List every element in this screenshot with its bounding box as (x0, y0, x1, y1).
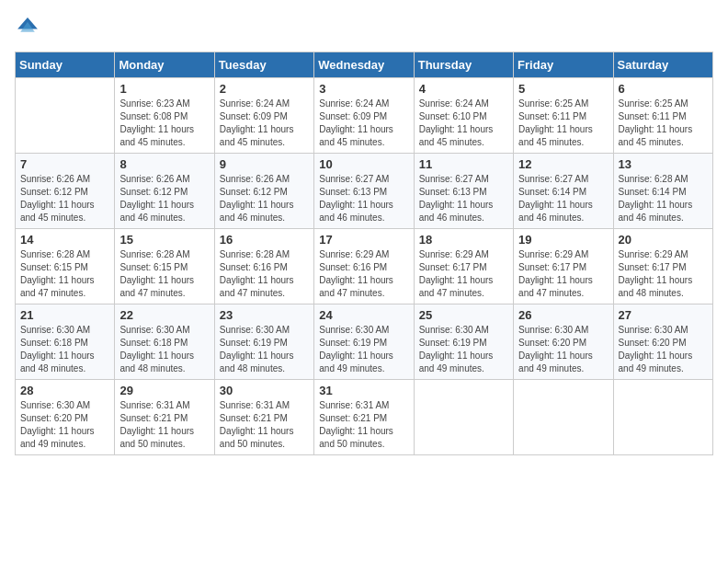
day-number: 24 (319, 308, 408, 322)
sunset: Sunset: 6:21 PM (119, 412, 209, 425)
sunrise: Sunrise: 6:27 AM (518, 173, 608, 186)
calendar-cell: 19 Sunrise: 6:29 AM Sunset: 6:17 PM Dayl… (514, 229, 613, 304)
sunset: Sunset: 6:09 PM (220, 110, 309, 123)
sunrise: Sunrise: 6:30 AM (119, 324, 209, 337)
daylight: Daylight: 11 hours and 50 minutes. (319, 425, 408, 451)
day-number: 21 (20, 308, 109, 322)
day-info: Sunrise: 6:30 AM Sunset: 6:18 PM Dayligh… (119, 324, 209, 375)
daylight: Daylight: 11 hours and 45 minutes. (119, 123, 209, 149)
day-number: 4 (419, 82, 508, 96)
day-info: Sunrise: 6:31 AM Sunset: 6:21 PM Dayligh… (220, 399, 309, 451)
day-number: 22 (119, 308, 209, 322)
daylight: Daylight: 11 hours and 45 minutes. (20, 199, 109, 224)
sunrise: Sunrise: 6:28 AM (220, 248, 309, 261)
sunrise: Sunrise: 6:25 AM (619, 98, 708, 110)
sunrise: Sunrise: 6:26 AM (220, 173, 309, 186)
calendar-cell: 1 Sunrise: 6:23 AM Sunset: 6:08 PM Dayli… (115, 78, 214, 154)
sunrise: Sunrise: 6:24 AM (319, 98, 408, 110)
day-number: 31 (319, 384, 408, 397)
daylight: Daylight: 11 hours and 47 minutes. (419, 274, 508, 300)
sunrise: Sunrise: 6:24 AM (419, 98, 508, 110)
day-info: Sunrise: 6:30 AM Sunset: 6:19 PM Dayligh… (220, 324, 309, 375)
sunset: Sunset: 6:17 PM (619, 261, 708, 274)
sunrise: Sunrise: 6:30 AM (419, 324, 508, 337)
sunrise: Sunrise: 6:28 AM (619, 173, 708, 186)
header-monday: Monday (115, 52, 214, 78)
header-sunday: Sunday (16, 52, 115, 78)
day-number: 16 (220, 233, 309, 247)
daylight: Daylight: 11 hours and 45 minutes. (419, 123, 508, 149)
calendar-cell: 26 Sunrise: 6:30 AM Sunset: 6:20 PM Dayl… (514, 304, 613, 380)
daylight: Daylight: 11 hours and 46 minutes. (619, 199, 708, 224)
calendar-week-row: 28 Sunrise: 6:30 AM Sunset: 6:20 PM Dayl… (16, 380, 713, 455)
day-info: Sunrise: 6:30 AM Sunset: 6:20 PM Dayligh… (518, 324, 608, 375)
day-info: Sunrise: 6:29 AM Sunset: 6:17 PM Dayligh… (518, 248, 608, 300)
day-info: Sunrise: 6:26 AM Sunset: 6:12 PM Dayligh… (119, 173, 209, 224)
header-wednesday: Wednesday (314, 52, 414, 78)
sunrise: Sunrise: 6:29 AM (319, 248, 408, 261)
calendar-week-row: 7 Sunrise: 6:26 AM Sunset: 6:12 PM Dayli… (16, 154, 713, 229)
sunrise: Sunrise: 6:30 AM (319, 324, 408, 337)
header-saturday: Saturday (613, 52, 712, 78)
header-tuesday: Tuesday (214, 52, 313, 78)
logo (15, 15, 44, 40)
daylight: Daylight: 11 hours and 48 minutes. (119, 350, 209, 375)
sunset: Sunset: 6:20 PM (619, 337, 708, 350)
day-info: Sunrise: 6:29 AM Sunset: 6:17 PM Dayligh… (419, 248, 508, 300)
day-number: 3 (319, 82, 408, 96)
calendar-cell: 28 Sunrise: 6:30 AM Sunset: 6:20 PM Dayl… (16, 380, 115, 455)
calendar-cell: 31 Sunrise: 6:31 AM Sunset: 6:21 PM Dayl… (314, 380, 414, 455)
day-number: 28 (20, 384, 109, 397)
sunset: Sunset: 6:13 PM (419, 186, 508, 199)
daylight: Daylight: 11 hours and 48 minutes. (220, 350, 309, 375)
header-friday: Friday (514, 52, 613, 78)
day-number: 8 (119, 157, 209, 171)
day-number: 30 (220, 384, 309, 397)
calendar-cell: 8 Sunrise: 6:26 AM Sunset: 6:12 PM Dayli… (115, 154, 214, 229)
daylight: Daylight: 11 hours and 46 minutes. (119, 199, 209, 224)
sunset: Sunset: 6:12 PM (119, 186, 209, 199)
daylight: Daylight: 11 hours and 46 minutes. (518, 199, 608, 224)
sunrise: Sunrise: 6:23 AM (119, 98, 209, 110)
header-thursday: Thursday (414, 52, 513, 78)
day-info: Sunrise: 6:28 AM Sunset: 6:16 PM Dayligh… (220, 248, 309, 300)
sunrise: Sunrise: 6:24 AM (220, 98, 309, 110)
calendar-cell: 21 Sunrise: 6:30 AM Sunset: 6:18 PM Dayl… (16, 304, 115, 380)
day-info: Sunrise: 6:30 AM Sunset: 6:20 PM Dayligh… (619, 324, 708, 375)
sunset: Sunset: 6:09 PM (319, 110, 408, 123)
day-number: 26 (518, 308, 608, 322)
calendar-cell: 4 Sunrise: 6:24 AM Sunset: 6:10 PM Dayli… (414, 78, 513, 154)
calendar-cell: 9 Sunrise: 6:26 AM Sunset: 6:12 PM Dayli… (214, 154, 313, 229)
daylight: Daylight: 11 hours and 46 minutes. (220, 199, 309, 224)
sunrise: Sunrise: 6:29 AM (518, 248, 608, 261)
daylight: Daylight: 11 hours and 49 minutes. (319, 350, 408, 375)
day-info: Sunrise: 6:28 AM Sunset: 6:15 PM Dayligh… (20, 248, 109, 300)
calendar-cell: 12 Sunrise: 6:27 AM Sunset: 6:14 PM Dayl… (514, 154, 613, 229)
sunrise: Sunrise: 6:31 AM (119, 399, 209, 412)
sunset: Sunset: 6:12 PM (220, 186, 309, 199)
calendar-week-row: 21 Sunrise: 6:30 AM Sunset: 6:18 PM Dayl… (16, 304, 713, 380)
day-number: 17 (319, 233, 408, 247)
daylight: Daylight: 11 hours and 45 minutes. (319, 123, 408, 149)
sunset: Sunset: 6:12 PM (20, 186, 109, 199)
daylight: Daylight: 11 hours and 49 minutes. (619, 350, 708, 375)
calendar-cell: 27 Sunrise: 6:30 AM Sunset: 6:20 PM Dayl… (613, 304, 712, 380)
day-number: 9 (220, 157, 309, 171)
calendar-cell: 11 Sunrise: 6:27 AM Sunset: 6:13 PM Dayl… (414, 154, 513, 229)
day-number: 25 (419, 308, 508, 322)
sunset: Sunset: 6:20 PM (20, 412, 109, 425)
day-info: Sunrise: 6:24 AM Sunset: 6:09 PM Dayligh… (319, 98, 408, 149)
calendar-cell: 25 Sunrise: 6:30 AM Sunset: 6:19 PM Dayl… (414, 304, 513, 380)
sunrise: Sunrise: 6:28 AM (119, 248, 209, 261)
daylight: Daylight: 11 hours and 50 minutes. (119, 425, 209, 451)
day-number: 23 (220, 308, 309, 322)
calendar-week-row: 1 Sunrise: 6:23 AM Sunset: 6:08 PM Dayli… (16, 78, 713, 154)
daylight: Daylight: 11 hours and 48 minutes. (20, 350, 109, 375)
day-info: Sunrise: 6:28 AM Sunset: 6:15 PM Dayligh… (119, 248, 209, 300)
calendar-cell: 7 Sunrise: 6:26 AM Sunset: 6:12 PM Dayli… (16, 154, 115, 229)
day-number: 11 (419, 157, 508, 171)
day-info: Sunrise: 6:30 AM Sunset: 6:19 PM Dayligh… (319, 324, 408, 375)
calendar-week-row: 14 Sunrise: 6:28 AM Sunset: 6:15 PM Dayl… (16, 229, 713, 304)
calendar-cell: 17 Sunrise: 6:29 AM Sunset: 6:16 PM Dayl… (314, 229, 414, 304)
calendar-cell: 10 Sunrise: 6:27 AM Sunset: 6:13 PM Dayl… (314, 154, 414, 229)
